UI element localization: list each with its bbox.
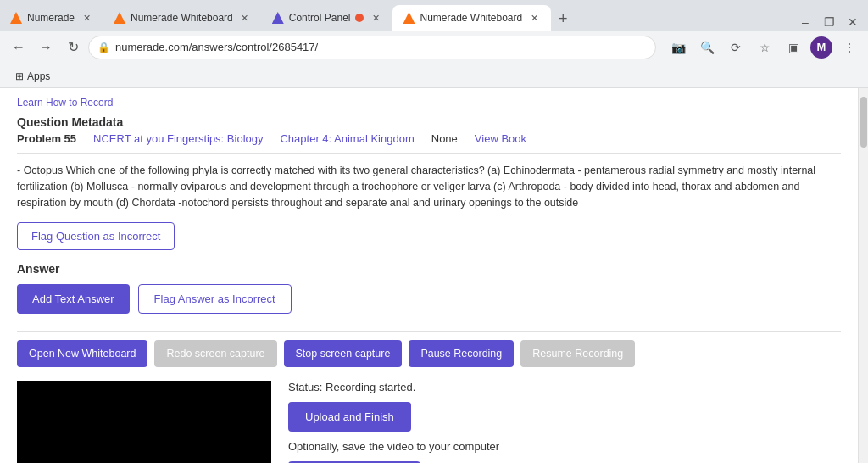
recording-indicator [355, 14, 364, 22]
scrollbar-track[interactable] [858, 88, 868, 463]
bookmarks-bar: ⊞ Apps [0, 64, 868, 88]
breadcrumb[interactable]: Learn How to Record [17, 97, 841, 109]
nav-bar: ← → ↻ 🔒 numerade.com/answers/control/268… [0, 31, 868, 64]
tab-close-1[interactable]: ✕ [80, 11, 93, 25]
tab-bar-right-controls: – ❐ ✕ [797, 14, 868, 31]
control-tab-icon [272, 12, 284, 24]
url-text: numerade.com/answers/control/2685417/ [115, 41, 647, 53]
apps-bookmark[interactable]: ⊞ Apps [10, 69, 55, 84]
video-preview [17, 381, 271, 463]
divider-1 [17, 153, 841, 154]
control-buttons-row: Open New Whiteboard Redo screen capture … [17, 340, 841, 367]
flag-answer-button[interactable]: Flag Answer as Incorrect [138, 284, 292, 314]
tab-bar: Numerade ✕ Numerade Whiteboard ✕ Control… [0, 0, 868, 31]
metadata-section: Question Metadata Problem 55 NCERT at yo… [17, 115, 841, 145]
answer-buttons-row: Add Text Answer Flag Answer as Incorrect [17, 284, 841, 314]
tab-control-panel[interactable]: Control Panel ✕ [262, 5, 393, 31]
divider-2 [17, 331, 841, 332]
flag-question-button[interactable]: Flag Question as Incorrect [17, 222, 175, 250]
tab-close-3[interactable]: ✕ [369, 11, 382, 25]
resume-recording-button[interactable]: Resume Recording [520, 340, 635, 367]
tab-label-3: Control Panel [289, 12, 351, 24]
upload-finish-button[interactable]: Upload and Finish [288, 402, 411, 432]
stop-screen-button[interactable]: Stop screen capture [284, 340, 403, 367]
chapter-name[interactable]: Chapter 4: Animal Kingdom [280, 132, 414, 145]
save-video-text: Optionally, save the video to your compu… [288, 440, 841, 453]
tab-numerade-whiteboard-1[interactable]: Numerade Whiteboard ✕ [103, 5, 262, 31]
view-book-link[interactable]: View Book [475, 132, 526, 145]
redo-screen-button[interactable]: Redo screen capture [154, 340, 276, 367]
restore-button[interactable]: ❐ [821, 14, 837, 31]
problem-number: Problem 55 [17, 132, 76, 145]
pause-recording-button[interactable]: Pause Recording [409, 340, 514, 367]
page-content: Learn How to Record Question Metadata Pr… [0, 88, 868, 463]
tab-label-2: Numerade Whiteboard [131, 12, 233, 24]
back-button[interactable]: ← [7, 36, 31, 59]
add-text-answer-button[interactable]: Add Text Answer [17, 284, 130, 314]
bottom-section: Status: Recording started. Upload and Fi… [17, 381, 841, 463]
open-whiteboard-button[interactable]: Open New Whiteboard [17, 340, 147, 367]
apps-label: Apps [27, 70, 50, 82]
nav-bar-right: 📷 🔍 ⟳ ☆ ▣ M ⋮ [666, 36, 861, 59]
minimize-button[interactable]: – [797, 14, 814, 31]
metadata-row: Problem 55 NCERT at you Fingerstips: Bio… [17, 132, 841, 145]
metadata-title: Question Metadata [17, 115, 841, 129]
tab-close-4[interactable]: ✕ [527, 11, 541, 25]
close-browser-button[interactable]: ✕ [844, 14, 861, 31]
menu-icon[interactable]: ⋮ [837, 36, 861, 59]
numerade-tab-icon-4 [403, 12, 415, 24]
tab-label-4: Numerade Whiteboard [420, 12, 522, 24]
tab-numerade-whiteboard-2[interactable]: Numerade Whiteboard ✕ [392, 5, 551, 31]
recording-status: Status: Recording started. [288, 381, 841, 393]
numerade-tab-icon-2 [114, 12, 125, 24]
question-text: - Octopus Which one of the following phy… [17, 163, 841, 210]
share-icon[interactable]: ⟳ [724, 36, 748, 59]
tab-close-2[interactable]: ✕ [238, 11, 252, 25]
forward-button[interactable]: → [34, 36, 58, 59]
cast-icon[interactable]: 📷 [666, 36, 690, 59]
none-label: None [431, 132, 458, 145]
scrollbar-thumb[interactable] [860, 97, 867, 148]
tab-numerade-1[interactable]: Numerade ✕ [0, 5, 103, 31]
profile-monitor-icon[interactable]: ▣ [782, 36, 805, 59]
main-content-area: Learn How to Record Question Metadata Pr… [0, 88, 858, 463]
textbook-name[interactable]: NCERT at you Fingerstips: Biology [93, 132, 263, 145]
browser-window: Numerade ✕ Numerade Whiteboard ✕ Control… [0, 0, 868, 463]
recording-panel: Status: Recording started. Upload and Fi… [288, 381, 841, 463]
tab-label-1: Numerade [27, 12, 75, 24]
answer-label: Answer [17, 262, 841, 276]
profile-avatar[interactable]: M [810, 36, 832, 59]
address-bar[interactable]: 🔒 numerade.com/answers/control/2685417/ [88, 36, 656, 59]
reload-button[interactable]: ↻ [61, 36, 85, 59]
numerade-tab-icon-1 [10, 12, 22, 24]
lock-icon: 🔒 [97, 42, 110, 53]
new-tab-button[interactable]: + [551, 7, 575, 31]
apps-grid-icon: ⊞ [15, 70, 24, 82]
bookmark-star-icon[interactable]: ☆ [753, 36, 776, 59]
search-icon[interactable]: 🔍 [695, 36, 719, 59]
